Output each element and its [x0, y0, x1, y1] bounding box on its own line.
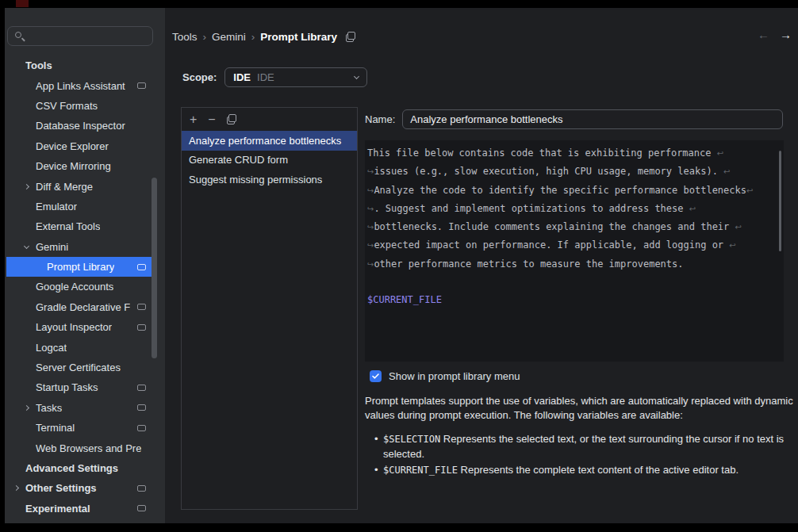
soft-wrap-icon: ↪: [367, 167, 374, 176]
sidebar-item-label: Web Browsers and Pre: [36, 442, 141, 454]
chevron-slot: [14, 486, 25, 490]
prompt-list: Analyze performance bottlenecksGenerate …: [182, 131, 357, 189]
editor-line: ↪issues (e.g., slow execution, high CPU …: [367, 163, 784, 181]
settings-search-input[interactable]: [7, 26, 153, 46]
sidebar-item-csv-formats[interactable]: CSV Formats: [6, 96, 154, 116]
duplicate-prompt-button[interactable]: [227, 114, 236, 124]
sidebar-item-label: External Tools: [36, 220, 100, 232]
variables-description: Prompt templates support the use of vari…: [365, 394, 793, 422]
screen-icon: [137, 505, 146, 511]
prompt-list-item[interactable]: Analyze performance bottlenecks: [182, 131, 357, 151]
sidebar-item-emulator[interactable]: Emulator: [6, 197, 154, 216]
chevron-slot: [25, 406, 36, 410]
forward-button[interactable]: →: [780, 28, 792, 41]
variable-description: $CURRENT_FILE Represents the complete te…: [383, 463, 739, 478]
chevron-down-icon: [354, 74, 359, 79]
sidebar-item-web-browsers-and-pre[interactable]: Web Browsers and Pre: [6, 438, 154, 457]
search-icon: [15, 32, 21, 38]
sidebar-item-gradle-declarative-f[interactable]: Gradle Declarative F: [6, 297, 154, 317]
sidebar-item-device-mirroring[interactable]: Device Mirroring: [6, 156, 154, 176]
prompt-editor[interactable]: This file below contains code that is ex…: [365, 140, 784, 362]
sidebar-item-label: Terminal: [36, 422, 75, 434]
sidebar-item-server-certificates[interactable]: Server Certificates: [6, 358, 154, 377]
sidebar-item-external-tools[interactable]: External Tools: [6, 216, 154, 236]
breadcrumb-item[interactable]: Prompt Library: [260, 31, 337, 43]
sidebar-item-startup-tasks[interactable]: Startup Tasks: [6, 377, 154, 397]
sidebar-item-label: Logcat: [36, 342, 67, 354]
screen-icon: [137, 425, 146, 431]
titlebar-artifact: [16, 0, 29, 7]
editor-line: This file below contains code that is ex…: [367, 144, 784, 163]
breadcrumb-item[interactable]: Tools: [172, 31, 198, 43]
editor-scrollbar-thumb[interactable]: [779, 151, 781, 251]
copy-icon[interactable]: [346, 32, 355, 42]
settings-content: Tools›Gemini›Prompt Library ← → Scope: I…: [165, 8, 798, 523]
scope-detail: IDE: [257, 71, 274, 83]
name-row: Name: Analyze performance bottlenecks: [365, 109, 783, 129]
show-in-menu-checkbox[interactable]: [370, 370, 382, 382]
screen-icon: [137, 324, 146, 331]
prompt-name-value: Analyze performance bottlenecks: [410, 113, 562, 125]
prompt-name-input[interactable]: Analyze performance bottlenecks: [402, 109, 783, 129]
soft-wrap-icon: ↩: [746, 186, 753, 195]
chevron-right-icon[interactable]: [24, 405, 29, 411]
sidebar-item-label: Startup Tasks: [36, 381, 98, 393]
sidebar-item-label: Experimental: [25, 503, 90, 515]
scope-dropdown[interactable]: IDE IDE: [224, 67, 367, 87]
check-icon: [372, 373, 379, 379]
bullet: •: [374, 432, 383, 461]
sidebar-item-advanced-settings[interactable]: Advanced Settings: [6, 458, 154, 478]
settings-sidebar: ToolsApp Links AssistantCSV FormatsDatab…: [5, 8, 165, 523]
sidebar-item-tools[interactable]: Tools: [6, 55, 154, 75]
sidebar-item-device-explorer[interactable]: Device Explorer: [6, 136, 154, 156]
sidebar-item-label: Layout Inspector: [36, 321, 112, 333]
breadcrumb-separator: ›: [251, 31, 255, 43]
sidebar-scrollbar-thumb[interactable]: [152, 178, 157, 358]
screen-icon: [137, 485, 146, 492]
prompt-list-toolbar: + −: [182, 108, 357, 131]
sidebar-item-label: App Links Assistant: [36, 80, 125, 92]
chevron-down-icon[interactable]: [24, 243, 29, 249]
chevron-right-icon[interactable]: [13, 485, 19, 491]
prompt-list-item[interactable]: Suggest missing permissions: [182, 170, 357, 189]
sidebar-item-terminal[interactable]: Terminal: [6, 418, 154, 438]
checkbox-label: Show in prompt library menu: [389, 370, 520, 382]
sidebar-item-label: Google Accounts: [36, 281, 113, 293]
breadcrumb-item[interactable]: Gemini: [212, 31, 246, 43]
prompt-list-panel: + − Analyze performance bottlenecksGener…: [181, 107, 358, 510]
variable-name: $SELECTION: [383, 434, 440, 445]
add-prompt-button[interactable]: +: [190, 114, 197, 125]
sidebar-item-prompt-library[interactable]: Prompt Library: [6, 257, 154, 277]
prompt-list-item[interactable]: Generate CRUD form: [182, 151, 357, 170]
sidebar-item-label: Tools: [25, 59, 52, 71]
back-button[interactable]: ←: [758, 28, 769, 41]
soft-wrap-icon: ↪: [367, 260, 374, 269]
sidebar-item-gemini[interactable]: Gemini: [6, 237, 154, 257]
screen-icon: [137, 82, 146, 89]
chevron-slot: [25, 246, 36, 248]
bullet: •: [374, 463, 383, 478]
chevron-right-icon[interactable]: [24, 183, 29, 189]
soft-wrap-icon: ↩: [735, 223, 742, 232]
screen-icon: [137, 304, 146, 310]
sidebar-item-label: Gradle Declarative F: [36, 301, 130, 313]
screen-icon: [137, 404, 146, 411]
sidebar-item-label: Other Settings: [25, 482, 97, 494]
sidebar-item-app-links-assistant[interactable]: App Links Assistant: [6, 75, 154, 95]
soft-wrap-icon: ↩: [723, 167, 730, 176]
editor-line: ↪other performance metrics to measure th…: [367, 255, 784, 274]
sidebar-item-tasks[interactable]: Tasks: [6, 398, 154, 418]
soft-wrap-icon: ↩: [729, 241, 735, 250]
sidebar-item-layout-inspector[interactable]: Layout Inspector: [6, 317, 154, 337]
variable-name: $CURRENT_FILE: [383, 465, 458, 476]
sidebar-item-google-accounts[interactable]: Google Accounts: [6, 277, 154, 297]
settings-tree: ToolsApp Links AssistantCSV FormatsDatab…: [5, 55, 165, 519]
sidebar-item-label: Gemini: [36, 241, 68, 253]
sidebar-item-database-inspector[interactable]: Database Inspector: [6, 116, 154, 136]
sidebar-item-diff-merge[interactable]: Diff & Merge: [6, 176, 154, 196]
soft-wrap-icon: ↪: [367, 205, 374, 213]
sidebar-item-other-settings[interactable]: Other Settings: [6, 478, 154, 498]
sidebar-item-logcat[interactable]: Logcat: [6, 337, 154, 357]
remove-prompt-button[interactable]: −: [208, 114, 215, 125]
sidebar-item-experimental[interactable]: Experimental: [6, 499, 154, 519]
